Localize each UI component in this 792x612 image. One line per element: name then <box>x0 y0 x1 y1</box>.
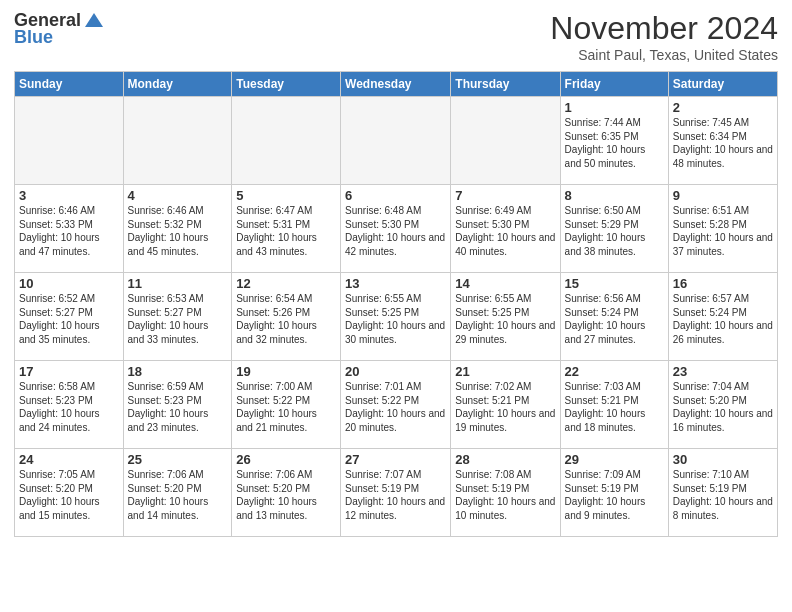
calendar-cell: 27Sunrise: 7:07 AM Sunset: 5:19 PM Dayli… <box>341 449 451 537</box>
day-info: Sunrise: 6:54 AM Sunset: 5:26 PM Dayligh… <box>236 292 336 346</box>
day-number: 14 <box>455 276 555 291</box>
day-info: Sunrise: 7:06 AM Sunset: 5:20 PM Dayligh… <box>128 468 228 522</box>
header: General Blue November 2024 Saint Paul, T… <box>14 10 778 63</box>
weekday-friday: Friday <box>560 72 668 97</box>
calendar-cell: 30Sunrise: 7:10 AM Sunset: 5:19 PM Dayli… <box>668 449 777 537</box>
calendar-cell: 14Sunrise: 6:55 AM Sunset: 5:25 PM Dayli… <box>451 273 560 361</box>
day-info: Sunrise: 6:51 AM Sunset: 5:28 PM Dayligh… <box>673 204 773 258</box>
day-info: Sunrise: 7:07 AM Sunset: 5:19 PM Dayligh… <box>345 468 446 522</box>
day-number: 8 <box>565 188 664 203</box>
calendar-cell: 3Sunrise: 6:46 AM Sunset: 5:33 PM Daylig… <box>15 185 124 273</box>
day-info: Sunrise: 6:52 AM Sunset: 5:27 PM Dayligh… <box>19 292 119 346</box>
day-number: 1 <box>565 100 664 115</box>
calendar-cell: 8Sunrise: 6:50 AM Sunset: 5:29 PM Daylig… <box>560 185 668 273</box>
weekday-sunday: Sunday <box>15 72 124 97</box>
calendar-cell: 20Sunrise: 7:01 AM Sunset: 5:22 PM Dayli… <box>341 361 451 449</box>
logo-blue: Blue <box>14 27 105 48</box>
day-number: 9 <box>673 188 773 203</box>
day-info: Sunrise: 7:08 AM Sunset: 5:19 PM Dayligh… <box>455 468 555 522</box>
day-number: 12 <box>236 276 336 291</box>
day-info: Sunrise: 6:50 AM Sunset: 5:29 PM Dayligh… <box>565 204 664 258</box>
day-number: 22 <box>565 364 664 379</box>
day-info: Sunrise: 6:53 AM Sunset: 5:27 PM Dayligh… <box>128 292 228 346</box>
calendar-cell: 19Sunrise: 7:00 AM Sunset: 5:22 PM Dayli… <box>232 361 341 449</box>
calendar-cell: 9Sunrise: 6:51 AM Sunset: 5:28 PM Daylig… <box>668 185 777 273</box>
day-number: 23 <box>673 364 773 379</box>
calendar-cell: 28Sunrise: 7:08 AM Sunset: 5:19 PM Dayli… <box>451 449 560 537</box>
day-info: Sunrise: 7:09 AM Sunset: 5:19 PM Dayligh… <box>565 468 664 522</box>
calendar-cell: 25Sunrise: 7:06 AM Sunset: 5:20 PM Dayli… <box>123 449 232 537</box>
calendar-cell: 23Sunrise: 7:04 AM Sunset: 5:20 PM Dayli… <box>668 361 777 449</box>
day-number: 16 <box>673 276 773 291</box>
day-info: Sunrise: 6:57 AM Sunset: 5:24 PM Dayligh… <box>673 292 773 346</box>
calendar-cell: 10Sunrise: 6:52 AM Sunset: 5:27 PM Dayli… <box>15 273 124 361</box>
day-number: 29 <box>565 452 664 467</box>
day-info: Sunrise: 6:49 AM Sunset: 5:30 PM Dayligh… <box>455 204 555 258</box>
calendar-cell: 11Sunrise: 6:53 AM Sunset: 5:27 PM Dayli… <box>123 273 232 361</box>
calendar-cell: 1Sunrise: 7:44 AM Sunset: 6:35 PM Daylig… <box>560 97 668 185</box>
calendar-cell <box>123 97 232 185</box>
calendar-cell: 6Sunrise: 6:48 AM Sunset: 5:30 PM Daylig… <box>341 185 451 273</box>
weekday-tuesday: Tuesday <box>232 72 341 97</box>
day-number: 4 <box>128 188 228 203</box>
day-info: Sunrise: 6:47 AM Sunset: 5:31 PM Dayligh… <box>236 204 336 258</box>
day-number: 11 <box>128 276 228 291</box>
day-info: Sunrise: 7:44 AM Sunset: 6:35 PM Dayligh… <box>565 116 664 170</box>
weekday-header-row: SundayMondayTuesdayWednesdayThursdayFrid… <box>15 72 778 97</box>
day-info: Sunrise: 7:06 AM Sunset: 5:20 PM Dayligh… <box>236 468 336 522</box>
month-title: November 2024 <box>550 10 778 47</box>
day-number: 2 <box>673 100 773 115</box>
calendar-cell: 5Sunrise: 6:47 AM Sunset: 5:31 PM Daylig… <box>232 185 341 273</box>
day-info: Sunrise: 6:56 AM Sunset: 5:24 PM Dayligh… <box>565 292 664 346</box>
day-info: Sunrise: 6:46 AM Sunset: 5:33 PM Dayligh… <box>19 204 119 258</box>
weekday-saturday: Saturday <box>668 72 777 97</box>
day-number: 26 <box>236 452 336 467</box>
weekday-monday: Monday <box>123 72 232 97</box>
day-number: 25 <box>128 452 228 467</box>
day-info: Sunrise: 7:00 AM Sunset: 5:22 PM Dayligh… <box>236 380 336 434</box>
calendar-cell: 4Sunrise: 6:46 AM Sunset: 5:32 PM Daylig… <box>123 185 232 273</box>
day-info: Sunrise: 6:46 AM Sunset: 5:32 PM Dayligh… <box>128 204 228 258</box>
week-row-1: 1Sunrise: 7:44 AM Sunset: 6:35 PM Daylig… <box>15 97 778 185</box>
day-info: Sunrise: 6:59 AM Sunset: 5:23 PM Dayligh… <box>128 380 228 434</box>
calendar-cell: 2Sunrise: 7:45 AM Sunset: 6:34 PM Daylig… <box>668 97 777 185</box>
day-number: 28 <box>455 452 555 467</box>
day-number: 15 <box>565 276 664 291</box>
day-number: 13 <box>345 276 446 291</box>
day-info: Sunrise: 7:10 AM Sunset: 5:19 PM Dayligh… <box>673 468 773 522</box>
week-row-4: 17Sunrise: 6:58 AM Sunset: 5:23 PM Dayli… <box>15 361 778 449</box>
weekday-thursday: Thursday <box>451 72 560 97</box>
svg-marker-0 <box>85 13 103 27</box>
calendar-table: SundayMondayTuesdayWednesdayThursdayFrid… <box>14 71 778 537</box>
day-number: 5 <box>236 188 336 203</box>
day-number: 30 <box>673 452 773 467</box>
day-number: 19 <box>236 364 336 379</box>
day-number: 27 <box>345 452 446 467</box>
title-block: November 2024 Saint Paul, Texas, United … <box>550 10 778 63</box>
calendar-cell: 21Sunrise: 7:02 AM Sunset: 5:21 PM Dayli… <box>451 361 560 449</box>
day-info: Sunrise: 6:55 AM Sunset: 5:25 PM Dayligh… <box>455 292 555 346</box>
calendar-cell: 18Sunrise: 6:59 AM Sunset: 5:23 PM Dayli… <box>123 361 232 449</box>
day-info: Sunrise: 7:02 AM Sunset: 5:21 PM Dayligh… <box>455 380 555 434</box>
day-info: Sunrise: 6:58 AM Sunset: 5:23 PM Dayligh… <box>19 380 119 434</box>
logo: General Blue <box>14 10 105 48</box>
calendar-cell <box>341 97 451 185</box>
day-info: Sunrise: 7:45 AM Sunset: 6:34 PM Dayligh… <box>673 116 773 170</box>
day-info: Sunrise: 7:04 AM Sunset: 5:20 PM Dayligh… <box>673 380 773 434</box>
day-number: 10 <box>19 276 119 291</box>
day-info: Sunrise: 6:55 AM Sunset: 5:25 PM Dayligh… <box>345 292 446 346</box>
calendar-cell: 7Sunrise: 6:49 AM Sunset: 5:30 PM Daylig… <box>451 185 560 273</box>
calendar-cell: 12Sunrise: 6:54 AM Sunset: 5:26 PM Dayli… <box>232 273 341 361</box>
calendar-cell <box>232 97 341 185</box>
week-row-5: 24Sunrise: 7:05 AM Sunset: 5:20 PM Dayli… <box>15 449 778 537</box>
weekday-wednesday: Wednesday <box>341 72 451 97</box>
day-info: Sunrise: 7:05 AM Sunset: 5:20 PM Dayligh… <box>19 468 119 522</box>
day-number: 3 <box>19 188 119 203</box>
calendar-cell: 16Sunrise: 6:57 AM Sunset: 5:24 PM Dayli… <box>668 273 777 361</box>
calendar-cell: 15Sunrise: 6:56 AM Sunset: 5:24 PM Dayli… <box>560 273 668 361</box>
day-number: 7 <box>455 188 555 203</box>
page-container: General Blue November 2024 Saint Paul, T… <box>0 0 792 545</box>
day-info: Sunrise: 7:03 AM Sunset: 5:21 PM Dayligh… <box>565 380 664 434</box>
day-number: 20 <box>345 364 446 379</box>
day-number: 24 <box>19 452 119 467</box>
